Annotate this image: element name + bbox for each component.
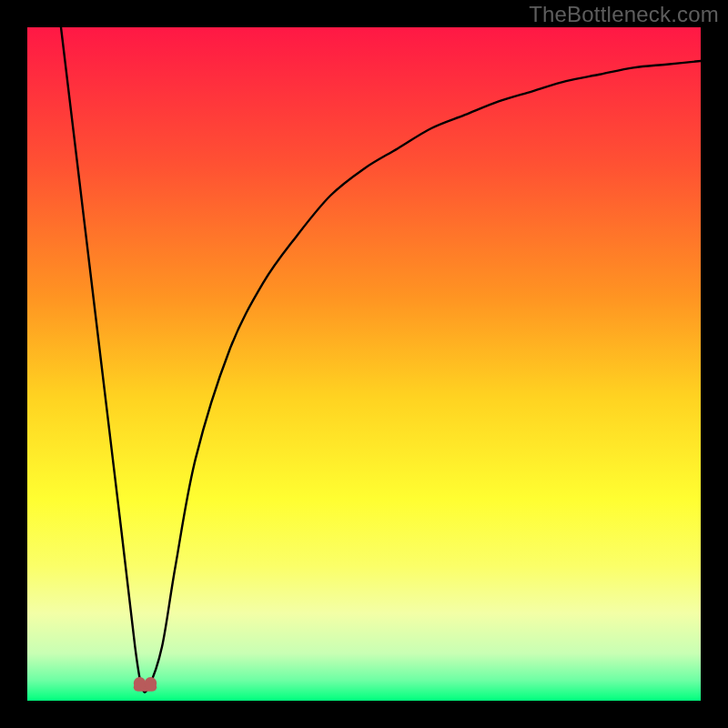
svg-point-1 [134, 677, 147, 690]
svg-point-2 [145, 677, 157, 690]
chart-container: TheBottleneck.com [0, 0, 728, 728]
watermark-text: TheBottleneck.com [529, 2, 719, 27]
gradient-background [27, 27, 701, 701]
bottleneck-chart [27, 27, 701, 701]
